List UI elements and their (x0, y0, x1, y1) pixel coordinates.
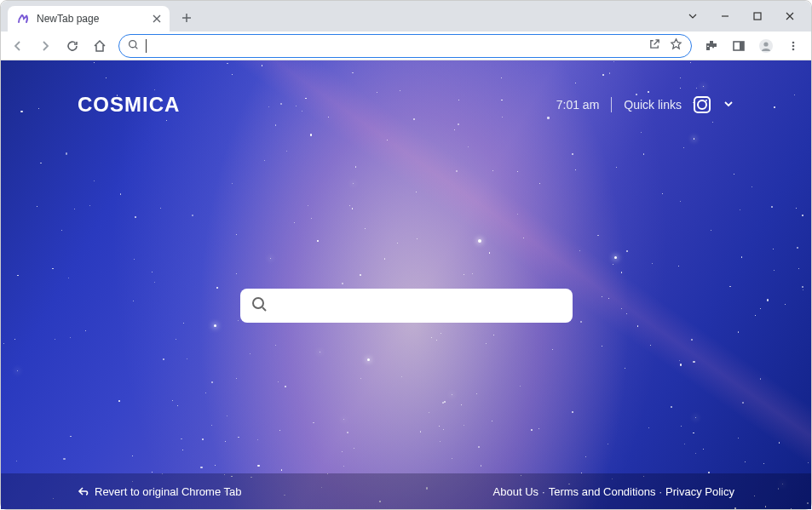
logo: COSMICA (78, 93, 180, 117)
share-icon[interactable] (648, 37, 661, 54)
clock: 7:01 am (556, 98, 600, 112)
svg-point-1 (130, 40, 136, 47)
page-footer: Revert to original Chrome Tab About Us ·… (1, 473, 811, 509)
search-icon (251, 295, 268, 316)
svg-point-6 (792, 41, 795, 43)
titlebar: NewTab page (1, 1, 811, 32)
window-dropdown-button[interactable] (677, 4, 709, 28)
window-controls (677, 1, 806, 32)
address-bar[interactable] (118, 34, 692, 58)
svg-point-9 (253, 298, 263, 308)
profile-icon[interactable] (753, 34, 779, 58)
svg-rect-0 (754, 13, 761, 20)
reload-button[interactable] (60, 34, 84, 58)
home-button[interactable] (88, 34, 112, 58)
window-maximize-button[interactable] (741, 4, 774, 28)
quick-links-button[interactable]: Quick links (624, 98, 682, 112)
tab-favicon (16, 12, 30, 26)
menu-icon[interactable] (780, 34, 806, 58)
chevron-down-icon[interactable] (723, 98, 734, 112)
page-header: COSMICA 7:01 am Quick links (1, 93, 811, 117)
about-link[interactable]: About Us (493, 485, 538, 498)
stars-layer (1, 60, 811, 509)
privacy-link[interactable]: Privacy Policy (665, 485, 734, 498)
tab-title: NewTab page (37, 13, 146, 25)
svg-point-8 (792, 48, 795, 50)
window-close-button[interactable] (774, 4, 806, 28)
search-icon (128, 38, 139, 54)
forward-button[interactable] (33, 34, 57, 58)
search-input[interactable] (276, 299, 562, 313)
tab-close-button[interactable] (153, 13, 161, 25)
divider (611, 97, 612, 112)
separator: · (659, 485, 662, 498)
browser-window: NewTab page (0, 0, 812, 510)
terms-link[interactable]: Terms and Conditions (549, 485, 656, 498)
revert-label: Revert to original Chrome Tab (95, 485, 241, 498)
bookmark-icon[interactable] (670, 37, 682, 54)
search-container (240, 289, 573, 323)
browser-toolbar (1, 32, 811, 60)
svg-rect-3 (740, 42, 744, 50)
svg-point-5 (763, 42, 768, 46)
search-box[interactable] (240, 289, 573, 323)
address-caret (146, 39, 147, 53)
separator: · (542, 485, 545, 498)
back-button[interactable] (6, 34, 30, 58)
page-content: COSMICA 7:01 am Quick links Revert to or… (1, 60, 811, 509)
revert-link[interactable]: Revert to original Chrome Tab (78, 485, 241, 498)
sidepanel-icon[interactable] (726, 34, 752, 58)
svg-point-7 (792, 44, 795, 47)
address-input[interactable] (153, 39, 642, 52)
browser-tab[interactable]: NewTab page (8, 6, 170, 32)
footer-links: About Us · Terms and Conditions · Privac… (493, 485, 734, 498)
instagram-icon[interactable] (694, 96, 711, 113)
window-minimize-button[interactable] (709, 4, 741, 28)
new-tab-button[interactable] (175, 6, 199, 30)
extensions-icon[interactable] (699, 34, 724, 58)
